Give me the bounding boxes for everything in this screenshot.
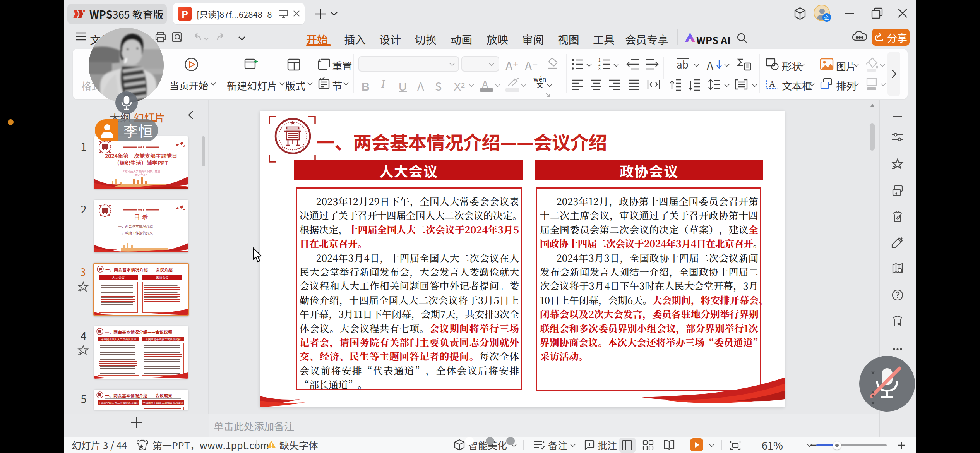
svg-text:A: A (769, 79, 775, 89)
svg-text:3: 3 (598, 65, 601, 70)
